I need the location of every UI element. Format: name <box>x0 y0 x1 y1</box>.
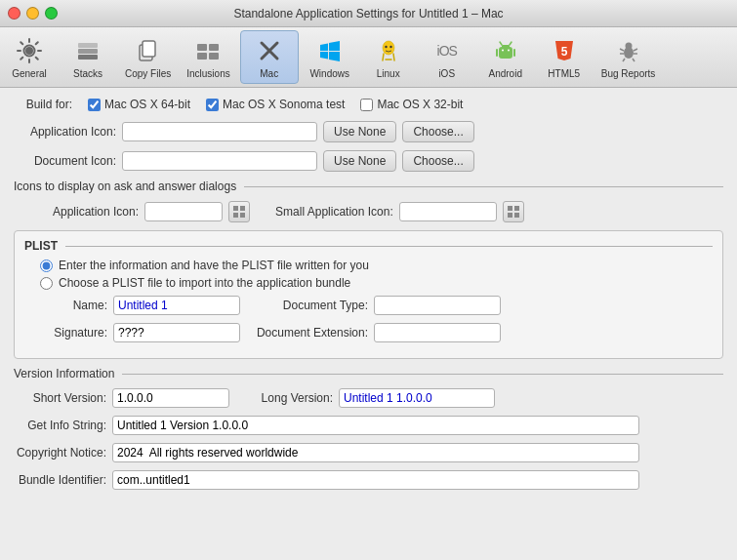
plist-sig-row: Signature: Document Extension: <box>34 323 713 342</box>
dialog-small-icon-picker[interactable] <box>503 201 524 222</box>
get-info-label: Get Info String: <box>14 419 106 432</box>
toolbar-item-linux[interactable]: Linux <box>359 27 418 87</box>
plist-sig-label: Signature: <box>34 326 107 340</box>
dialog-app-icon-label: Application Icon: <box>53 205 139 219</box>
copyright-row: Copyright Notice: <box>14 443 723 462</box>
mac32-checkbox[interactable] <box>360 99 373 111</box>
svg-point-26 <box>625 43 632 50</box>
svg-rect-40 <box>514 213 519 218</box>
toolbar-item-copy-files[interactable]: Copy Files <box>117 27 179 87</box>
toolbar-item-general[interactable]: General <box>0 27 59 87</box>
toolbar-item-stacks[interactable]: Stacks <box>59 27 117 87</box>
copyright-input[interactable] <box>112 443 639 462</box>
plist-section: PLIST Enter the information and have the… <box>14 230 723 359</box>
svg-rect-35 <box>233 213 238 218</box>
mac64-checkbox-label[interactable]: Mac OS X 64-bit <box>88 98 190 111</box>
copy-files-icon <box>133 35 164 66</box>
mac64-checkbox[interactable] <box>88 99 101 111</box>
version-section-label: Version Information <box>14 367 114 380</box>
plist-docext-input[interactable] <box>374 323 501 342</box>
mac32-label: Mac OS X 32-bit <box>377 98 463 111</box>
svg-rect-3 <box>78 49 98 54</box>
app-icon-choose[interactable]: Choose... <box>402 121 473 142</box>
windows-icon <box>314 35 346 66</box>
doc-icon-input[interactable] <box>122 151 317 171</box>
gear-icon <box>14 35 45 66</box>
svg-rect-7 <box>197 44 207 51</box>
copy-files-label: Copy Files <box>125 68 171 79</box>
app-icon-label: Application Icon: <box>14 125 116 139</box>
plist-radio2-label[interactable]: Choose a PLIST file to import into the a… <box>40 276 713 290</box>
get-info-input[interactable] <box>112 416 639 435</box>
long-version-label: Long Version: <box>245 391 333 405</box>
toolbar-item-mac[interactable]: Mac <box>240 30 299 84</box>
svg-rect-4 <box>78 55 98 60</box>
plist-doctype-label: Document Type: <box>256 299 368 312</box>
dialog-app-icon-input[interactable] <box>144 202 223 221</box>
toolbar-item-windows[interactable]: Windows <box>301 27 359 87</box>
svg-rect-34 <box>240 206 245 211</box>
plist-sig-input[interactable] <box>113 323 240 342</box>
long-version-input[interactable] <box>339 388 495 408</box>
dialog-icons-section-header: Icons to display on ask and answer dialo… <box>14 180 723 193</box>
html5-label: HTML5 <box>548 68 580 79</box>
app-icon-use-none[interactable]: Use None <box>323 121 396 142</box>
dialog-small-icon-input[interactable] <box>399 202 497 221</box>
toolbar-item-bug-reports[interactable]: Bug Reports <box>594 27 664 87</box>
android-label: Android <box>488 68 521 79</box>
plist-radio1[interactable] <box>40 260 53 272</box>
maximize-button[interactable] <box>45 7 58 20</box>
windows-label: Windows <box>309 68 349 79</box>
mac-label: Mac <box>260 68 278 79</box>
doc-icon-row: Document Icon: Use None Choose... <box>14 150 723 172</box>
ios-label: iOS <box>438 68 455 79</box>
svg-rect-33 <box>233 206 238 211</box>
svg-rect-39 <box>508 213 512 218</box>
toolbar-item-android[interactable]: Android <box>476 27 535 87</box>
dialog-app-icon-picker[interactable] <box>228 201 250 222</box>
plist-doctype-input[interactable] <box>374 296 501 315</box>
mac-icon <box>254 35 285 66</box>
svg-rect-8 <box>209 44 219 51</box>
stacks-icon <box>72 35 103 66</box>
minimize-button[interactable] <box>26 7 39 20</box>
svg-point-22 <box>502 50 504 52</box>
plist-docext-label: Document Extension: <box>256 326 368 340</box>
plist-radio2[interactable] <box>40 277 53 290</box>
plist-radio1-label[interactable]: Enter the information and have the PLIST… <box>40 259 713 272</box>
short-version-input[interactable] <box>112 388 229 408</box>
svg-rect-36 <box>240 213 245 218</box>
svg-line-18 <box>500 42 502 45</box>
svg-line-27 <box>620 49 624 51</box>
inclusions-icon <box>192 35 224 66</box>
mac32-checkbox-label[interactable]: Mac OS X 32-bit <box>360 98 463 111</box>
doc-icon-choose[interactable]: Choose... <box>402 150 473 172</box>
sonoma-checkbox[interactable] <box>206 99 219 111</box>
bundle-input[interactable] <box>112 470 639 490</box>
close-button[interactable] <box>8 7 20 20</box>
toolbar-item-html5[interactable]: 5 HTML5 <box>535 27 594 87</box>
toolbar-item-inclusions[interactable]: Inclusions <box>179 27 237 87</box>
app-icon-row: Application Icon: Use None Choose... <box>14 121 723 142</box>
short-version-label: Short Version: <box>14 391 106 405</box>
svg-line-31 <box>623 59 625 61</box>
sonoma-checkbox-label[interactable]: Mac OS X Sonoma test <box>206 98 345 111</box>
ios-icon: iOS <box>431 35 463 66</box>
svg-rect-6 <box>143 41 155 57</box>
svg-rect-2 <box>78 43 98 48</box>
html5-icon: 5 <box>549 35 580 66</box>
stacks-label: Stacks <box>73 68 102 79</box>
mac64-label: Mac OS X 64-bit <box>104 98 190 111</box>
linux-icon <box>373 35 404 66</box>
svg-point-15 <box>389 46 391 48</box>
doc-icon-use-none[interactable]: Use None <box>323 150 396 172</box>
svg-rect-10 <box>209 53 219 60</box>
build-for-row: Build for: Mac OS X 64-bit Mac OS X Sono… <box>14 98 723 111</box>
app-icon-input[interactable] <box>122 122 317 141</box>
plist-header: PLIST <box>24 239 713 253</box>
plist-name-input[interactable] <box>113 296 240 315</box>
toolbar-item-ios[interactable]: iOS iOS <box>418 27 476 87</box>
build-for-label: Build for: <box>14 98 72 111</box>
dialog-icons-label: Icons to display on ask and answer dialo… <box>14 180 236 193</box>
svg-line-29 <box>634 49 637 51</box>
